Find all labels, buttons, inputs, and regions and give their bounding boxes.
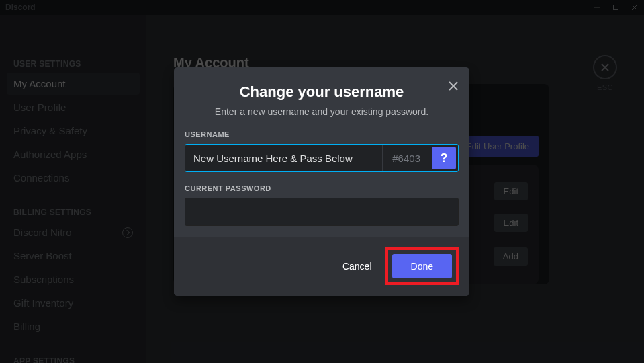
username-help-button[interactable]: ? — [432, 147, 456, 169]
done-highlight: Done — [385, 247, 459, 285]
modal-subtitle: Enter a new username and your existing p… — [185, 106, 459, 117]
modal-close-button[interactable] — [447, 79, 460, 95]
done-button[interactable]: Done — [392, 254, 452, 278]
cancel-button[interactable]: Cancel — [342, 261, 372, 272]
modal-body: USERNAME #6403 ? CURRENT PASSWORD — [174, 125, 469, 237]
username-input-group: #6403 ? — [185, 144, 459, 172]
change-username-modal: Change your username Enter a new usernam… — [174, 67, 469, 296]
discriminator: #6403 — [382, 145, 430, 171]
current-password-input[interactable] — [185, 198, 459, 226]
modal-header: Change your username Enter a new usernam… — [174, 67, 469, 125]
username-input[interactable] — [185, 145, 382, 171]
modal-title: Change your username — [185, 83, 459, 101]
close-icon — [447, 79, 460, 93]
username-field-label: USERNAME — [185, 130, 459, 138]
password-field-label: CURRENT PASSWORD — [185, 184, 459, 192]
modal-footer: Cancel Done — [174, 237, 469, 296]
